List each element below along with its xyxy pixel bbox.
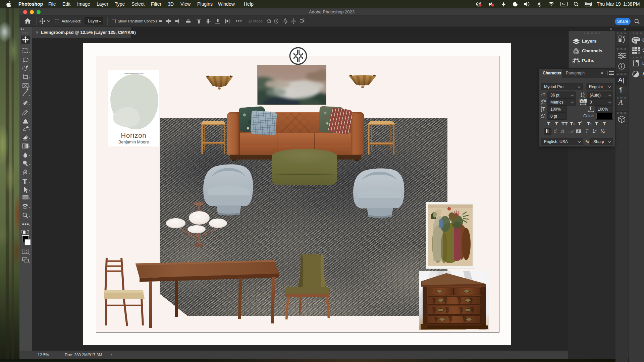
svg-text:T: T [23,178,27,185]
svg-text:T: T [542,106,545,112]
svg-text:A: A [583,95,585,98]
svg-text:A: A [544,99,546,103]
svg-text:T: T [589,106,592,111]
svg-text:A: A [541,113,544,118]
svg-text:a: a [544,113,545,117]
svg-text:VA: VA [580,99,585,103]
